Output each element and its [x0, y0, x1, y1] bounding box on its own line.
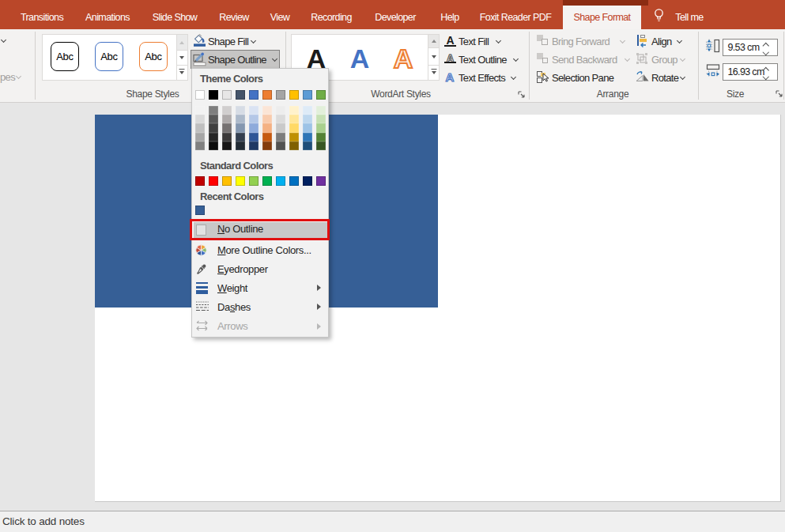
svg-text:A: A [446, 71, 455, 83]
svg-text:A: A [350, 43, 370, 73]
svg-text:A: A [394, 43, 413, 73]
